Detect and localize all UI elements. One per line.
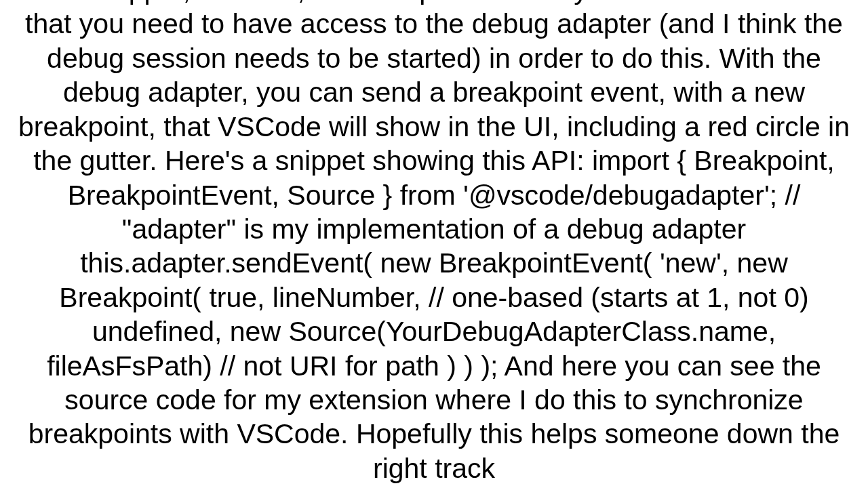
document-body-text: code snippet, one tool, one component at… [7,0,861,485]
